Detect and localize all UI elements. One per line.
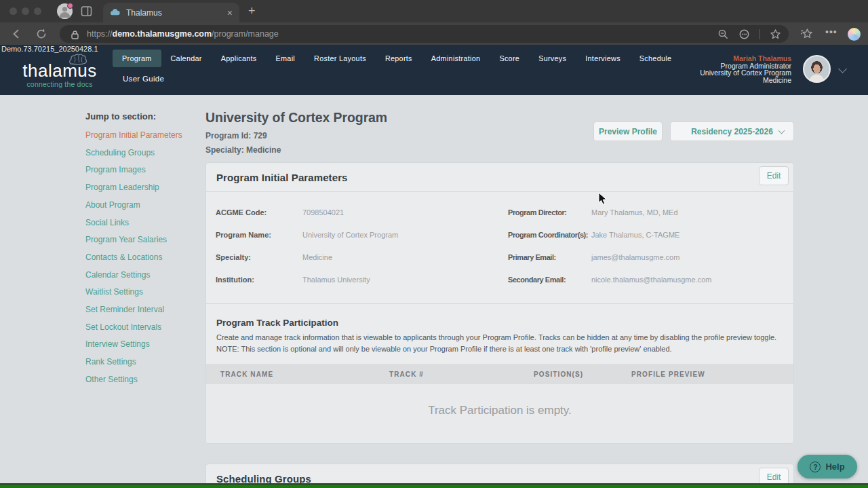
track-col-track: TRACK # [389, 371, 534, 378]
field-label-secondary-email: Secondary Email: [508, 276, 591, 284]
field-value-program-director: Mary Thalamus, MD, MEd [591, 208, 678, 217]
sidebar-item-social-links[interactable]: Social Links [85, 214, 202, 232]
mouse-cursor [598, 192, 607, 205]
field-value-program-name: University of Cortex Program [302, 231, 398, 239]
track-desc-line2: NOTE: This section is optional and will … [216, 343, 783, 355]
field-row-acgme-code: ACGME Code:7098504021 [216, 201, 500, 223]
field-value-specialty: Medicine [302, 253, 332, 261]
sidebar-item-about-program[interactable]: About Program [85, 197, 202, 214]
nav-item-user-guide[interactable]: User Guide [123, 75, 164, 83]
user-info[interactable]: Mariah Thalamus Program Administrator Un… [700, 55, 791, 83]
nav-item-roster-layouts[interactable]: Roster Layouts [314, 54, 366, 62]
card1-edit-button[interactable]: Edit [759, 166, 789, 185]
sidebar-item-program-leadership[interactable]: Program Leadership [85, 179, 202, 197]
nav-item-surveys[interactable]: Surveys [538, 54, 566, 62]
sidebar-item-program-year-salaries[interactable]: Program Year Salaries [85, 231, 202, 249]
build-version-label: Demo.73.70215_20250428.1 [1, 45, 98, 53]
preview-profile-button[interactable]: Preview Profile [593, 121, 663, 141]
sidebar-item-program-initial-parameters[interactable]: Program Initial Parameters [85, 127, 202, 145]
browser-menu-icon[interactable]: ••• [825, 26, 837, 37]
window-close-button[interactable] [9, 7, 17, 15]
sidebar-item-set-lockout-intervals[interactable]: Set Lockout Intervals [85, 319, 202, 337]
nav-item-applicants[interactable]: Applicants [221, 54, 257, 62]
nav-item-score[interactable]: Score [499, 54, 519, 62]
track-section-title: Program Track Participation [216, 318, 783, 328]
field-value-secondary-email: nicole.thalamus@thalamusgme.com [591, 276, 711, 284]
sidebar-list: Program Initial ParametersScheduling Gro… [85, 127, 202, 389]
field-value-primary-email: james@thalamusgme.com [591, 253, 679, 261]
sidebar-item-set-reminder-interval[interactable]: Set Reminder Interval [85, 301, 202, 319]
sidebar-item-other-settings[interactable]: Other Settings [85, 371, 202, 389]
track-col-track-name: TRACK NAME [220, 371, 389, 378]
nav-item-email[interactable]: Email [276, 54, 296, 62]
tab-title: Thalamus [126, 8, 227, 18]
jump-to-section-sidebar: Jump to section: Program Initial Paramet… [85, 111, 202, 389]
reload-icon[interactable] [35, 28, 47, 40]
zoom-out-icon[interactable] [717, 29, 729, 40]
main-nav: ProgramCalendarApplicantsEmailRoster Lay… [122, 54, 671, 62]
program-initial-parameters-card: Program Initial Parameters Edit ACGME Co… [205, 162, 794, 444]
season-dropdown[interactable]: Residency 2025-2026 [670, 121, 794, 141]
url-host: demo.thalamusgme.com [113, 29, 212, 39]
track-col-position-s: POSITION(S) [534, 371, 631, 378]
content-area: University of Cortex Program Program Id:… [205, 109, 794, 488]
field-row-program-coordinator-s: Program Coordinator(s):Jake Thalamus, C-… [508, 223, 784, 246]
window-zoom-button[interactable] [34, 7, 41, 15]
url-path: /program/manage [212, 29, 279, 39]
sidebar-item-waitlist-settings[interactable]: Waitlist Settings [85, 284, 202, 301]
new-tab-button[interactable]: + [248, 4, 256, 18]
track-empty-state: Track Participation is empty. [206, 384, 793, 443]
sidebar-item-scheduling-groups[interactable]: Scheduling Groups [85, 145, 202, 162]
field-label-program-name: Program Name: [216, 231, 302, 239]
nav-item-interviews[interactable]: Interviews [585, 54, 620, 62]
copilot-icon[interactable] [848, 28, 861, 41]
sidebar-item-rank-settings[interactable]: Rank Settings [85, 354, 202, 371]
favorites-collections-icon[interactable] [800, 28, 812, 40]
app-header: Demo.73.70215_20250428.1 thalamus connec… [0, 45, 868, 95]
sidebar-item-calendar-settings[interactable]: Calendar Settings [85, 267, 202, 284]
field-row-program-director: Program Director:Mary Thalamus, MD, MEd [508, 201, 784, 223]
bookmark-star-icon[interactable] [770, 29, 781, 40]
field-label-acgme-code: ACGME Code: [216, 208, 302, 217]
main-area: Jump to section: Program Initial Paramet… [0, 95, 868, 488]
sidebar-item-interview-settings[interactable]: Interview Settings [85, 336, 202, 354]
card1-title: Program Initial Parameters [216, 172, 348, 183]
nav-item-administration[interactable]: Administration [431, 54, 481, 62]
nav-item-reports[interactable]: Reports [385, 54, 412, 62]
logo-tagline: connecting the docs [19, 80, 100, 88]
track-col-profile-preview: PROFILE PREVIEW [631, 371, 705, 378]
tab-close-icon[interactable]: × [227, 8, 233, 18]
fields-grid: ACGME Code:7098504021Program Name:Univer… [206, 192, 793, 290]
user-menu-chevron-icon[interactable] [838, 64, 847, 73]
field-label-primary-email: Primary Email: [508, 253, 591, 261]
nav-item-program[interactable]: Program [113, 50, 161, 67]
side-panel-icon[interactable] [81, 5, 92, 17]
window-minimize-button[interactable] [22, 7, 29, 15]
user-avatar[interactable] [803, 55, 831, 83]
lock-icon [71, 30, 79, 39]
track-table-header: TRACK NAMETRACK #POSITION(S)PROFILE PREV… [206, 364, 793, 384]
browser-toolbar: https://demo.thalamusgme.com/program/man… [0, 22, 868, 45]
sidebar-item-program-images[interactable]: Program Images [85, 162, 202, 179]
season-dropdown-value: Residency 2025-2026 [691, 127, 773, 136]
screen: Thalamus × + https://demo.thalamusgme.co… [0, 0, 868, 488]
field-value-acgme-code: 7098504021 [302, 208, 344, 217]
address-bar[interactable]: https://demo.thalamusgme.com/program/man… [60, 25, 789, 43]
field-row-institution: Institution:Thalamus University [216, 268, 500, 290]
tab-favicon-cloud-icon [110, 7, 120, 18]
card2-title: Scheduling Groups [216, 473, 311, 485]
back-icon[interactable] [10, 28, 22, 40]
field-row-secondary-email: Secondary Email:nicole.thalamus@thalamus… [508, 268, 784, 290]
help-button[interactable]: ? Help [797, 455, 857, 478]
url-text: https://demo.thalamusgme.com/program/man… [87, 29, 279, 39]
field-label-institution: Institution: [216, 276, 302, 284]
nav-item-schedule[interactable]: Schedule [639, 54, 671, 62]
browser-tab[interactable]: Thalamus × [103, 3, 239, 22]
nav-item-calendar[interactable]: Calendar [171, 54, 202, 62]
browser-profile-avatar[interactable] [57, 3, 73, 19]
thalamus-logo[interactable]: thalamus connecting the docs [19, 62, 100, 88]
sidebar-item-contacts-locations[interactable]: Contacts & Locations [85, 249, 202, 267]
field-label-specialty: Specialty: [216, 253, 302, 261]
track-desc-line1: Create and manage track information that… [216, 332, 783, 343]
reader-face-icon[interactable] [738, 29, 750, 40]
